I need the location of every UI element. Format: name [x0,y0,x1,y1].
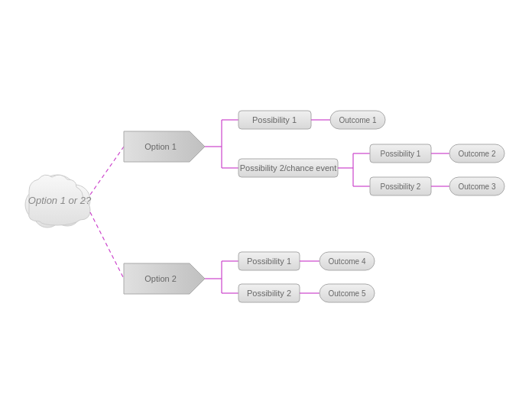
cloud-to-option2-line [90,212,124,279]
possibility2-bottom-box: Possibility 2 [238,284,300,302]
outcome5-label: Outcome 5 [329,289,366,298]
outcome4-label: Outcome 4 [329,257,366,266]
possibility2-chance-box: Possibility 2/chance event [238,159,338,177]
option1-arrow: Option 1 [124,131,205,162]
cloud-label: Option 1 or 2? [28,195,92,206]
option2-label: Option 2 [144,274,177,283]
cloud-shape: Option 1 or 2? [25,175,92,228]
possibility1-top-label: Possibility 1 [252,115,297,124]
decision-tree-diagram: Option 1 or 2? Option 1 Option 2 Possibi… [0,0,532,397]
outcome1-box: Outcome 1 [330,111,385,129]
sub-possibility1-box: Possibility 1 [370,144,431,163]
outcome5-box: Outcome 5 [320,284,375,302]
option1-label: Option 1 [144,142,177,151]
outcome2-box: Outcome 2 [449,144,504,163]
sub-possibility2-box: Possibility 2 [370,177,431,195]
possibility2-bottom-label: Possibility 2 [247,289,291,298]
outcome3-label: Outcome 3 [459,182,496,191]
possibility1-top-box: Possibility 1 [238,111,311,129]
outcome4-box: Outcome 4 [320,252,375,270]
sub-possibility1-label: Possibility 1 [381,150,421,158]
possibility2-chance-label: Possibility 2/chance event [240,163,337,173]
possibility1-bottom-label: Possibility 1 [247,257,291,266]
option2-arrow: Option 2 [124,263,205,294]
outcome1-label: Outcome 1 [339,116,377,124]
cloud-to-option1-line [90,147,124,195]
outcome3-box: Outcome 3 [449,177,504,195]
possibility1-bottom-box: Possibility 1 [238,252,300,270]
outcome2-label: Outcome 2 [459,150,496,158]
sub-possibility2-label: Possibility 2 [381,182,421,191]
